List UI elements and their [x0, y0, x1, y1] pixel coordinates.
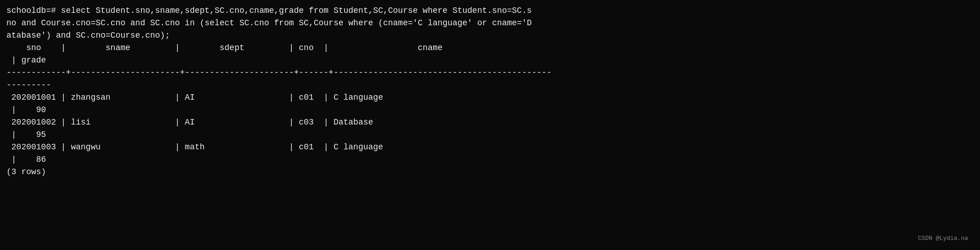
terminal-window: schooldb=# select Student.sno,sname,sdep… — [6, 5, 974, 245]
terminal-line: | 95 — [6, 129, 974, 141]
terminal-line: ------------+----------------------+----… — [6, 67, 974, 79]
terminal-line: | 90 — [6, 104, 974, 116]
terminal-line: (3 rows) — [6, 166, 974, 178]
terminal-line: 202001001 | zhangsan | AI | c01 | C lang… — [6, 91, 974, 104]
terminal-line: 202001002 | lisi | AI | c03 | Database — [6, 116, 974, 129]
terminal-line: --------- — [6, 79, 974, 91]
terminal-line: | grade — [6, 54, 974, 67]
watermark: CSDN @Lydia.na — [918, 235, 968, 242]
terminal-line: no and Course.cno=SC.cno and SC.cno in (… — [6, 17, 974, 29]
terminal-line: | 86 — [6, 153, 974, 166]
terminal-line: 202001003 | wangwu | math | c01 | C lang… — [6, 141, 974, 153]
terminal-output: schooldb=# select Student.sno,sname,sdep… — [6, 5, 974, 178]
terminal-line: sno | sname | sdept | cno | cname — [6, 42, 974, 54]
terminal-line: atabase') and SC.cno=Course.cno); — [6, 29, 974, 42]
terminal-line: schooldb=# select Student.sno,sname,sdep… — [6, 5, 974, 17]
